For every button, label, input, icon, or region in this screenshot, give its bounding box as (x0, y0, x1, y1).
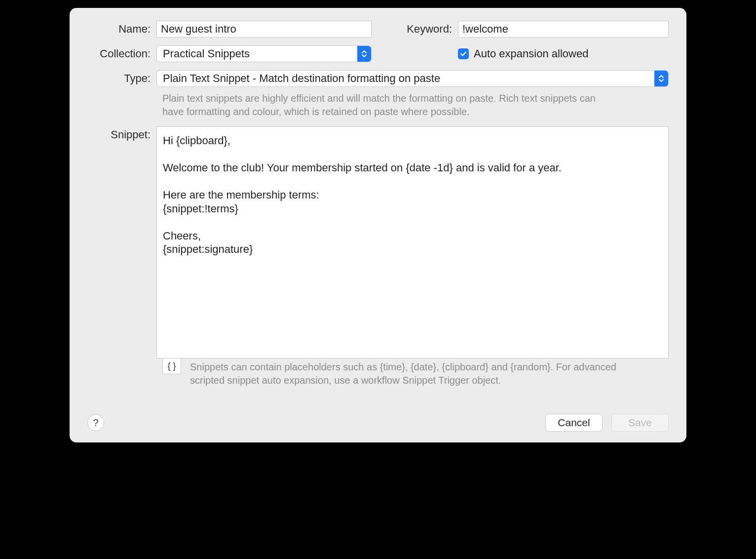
collection-label: Collection: (87, 47, 156, 60)
type-label: Type: (87, 72, 156, 85)
help-icon: ? (93, 417, 98, 429)
snippet-label: Snippet: (87, 126, 156, 141)
snippet-textarea[interactable] (156, 126, 669, 359)
snippet-editor-window: Name: Keyword: Collection: Practical Sni… (70, 8, 686, 442)
keyword-label: Keyword: (372, 23, 458, 36)
braces-icon: { } (167, 361, 176, 371)
name-label: Name: (87, 23, 156, 36)
row-snippet: Snippet: (87, 126, 669, 359)
chevron-up-down-icon (654, 71, 668, 86)
auto-expansion-label: Auto expansion allowed (474, 47, 588, 60)
snippet-footer: { } Snippets can contain placeholders su… (162, 359, 669, 387)
name-input[interactable] (156, 21, 372, 38)
row-name-keyword: Name: Keyword: (87, 21, 669, 38)
cancel-button[interactable]: Cancel (545, 414, 603, 432)
auto-expansion-checkbox-row: Auto expansion allowed (458, 47, 588, 60)
keyword-input[interactable] (458, 21, 669, 38)
type-hint: Plain text snippets are highly efficient… (162, 92, 611, 119)
save-button[interactable]: Save (611, 414, 669, 432)
help-button[interactable]: ? (87, 414, 104, 431)
row-collection: Collection: Practical Snippets Auto expa… (87, 45, 669, 62)
collection-select-value: Practical Snippets (163, 47, 250, 60)
type-select-value: Plain Text Snippet - Match destination f… (163, 72, 440, 85)
type-select[interactable]: Plain Text Snippet - Match destination f… (156, 70, 669, 87)
bottom-bar: ? Cancel Save (87, 414, 669, 432)
snippet-hint: Snippets can contain placeholders such a… (190, 359, 634, 387)
row-type: Type: Plain Text Snippet - Match destina… (87, 70, 669, 87)
auto-expansion-checkbox[interactable] (458, 48, 469, 59)
placeholder-insert-button[interactable]: { } (162, 359, 181, 374)
collection-select[interactable]: Practical Snippets (156, 45, 372, 62)
chevron-up-down-icon (357, 46, 371, 62)
